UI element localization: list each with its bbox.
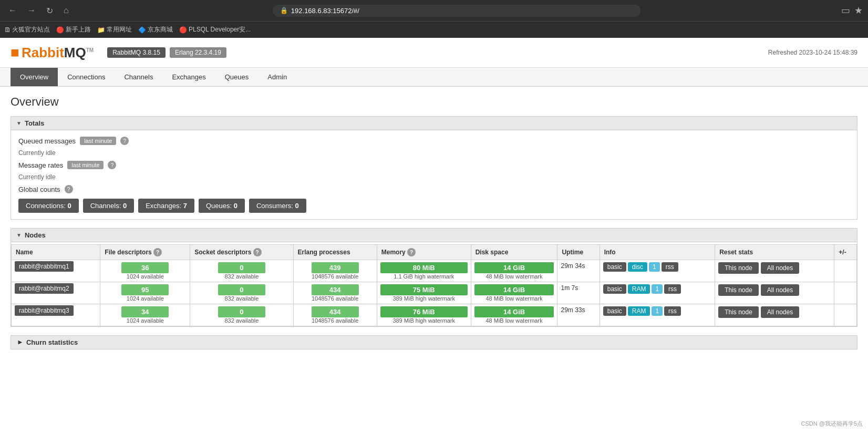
info-badge-ram[interactable]: RAM	[628, 306, 650, 316]
totals-section-header[interactable]: ▼ Totals	[11, 116, 857, 130]
info-cell: basicdisc1rss	[600, 260, 715, 282]
logo-text: RabbitMQTM	[22, 45, 94, 61]
extensions-icon[interactable]: ▭	[841, 5, 850, 16]
memory-value: 76 MiB	[380, 306, 468, 317]
refresh-button[interactable]: ↻	[43, 5, 56, 17]
queued-messages-badge[interactable]: last minute	[80, 137, 116, 145]
bookmark-changyong[interactable]: 📁 常用网址	[97, 25, 132, 34]
socket-desc-sub: 832 available	[193, 273, 290, 280]
queued-messages-label: Queued messages	[18, 137, 76, 145]
disk-space-cell: 14 GiB48 MiB low watermark	[471, 304, 557, 326]
memory-value: 75 MiB	[380, 284, 468, 295]
erlang-processes-cell: 4341048576 available	[293, 304, 377, 326]
info-badges: basicdisc1rss	[603, 262, 711, 272]
erlang-proc-sub: 1048576 available	[297, 317, 374, 324]
message-rates-badge[interactable]: last minute	[67, 161, 104, 169]
global-counts-help[interactable]: ?	[65, 185, 73, 193]
channels-count[interactable]: Channels: 0	[83, 199, 134, 213]
reset-stats-cell: This nodeAll nodes	[715, 282, 834, 304]
memory-cell: 76 MiB389 MiB high watermark	[377, 304, 471, 326]
info-badge-num[interactable]: 1	[649, 262, 660, 272]
totals-section-title: Totals	[25, 119, 44, 127]
reset-stats-cell: This nodeAll nodes	[715, 260, 834, 282]
info-badge-num[interactable]: 1	[652, 284, 663, 294]
page-header: ■ RabbitMQTM RabbitMQ 3.8.15 Erlang 22.3…	[0, 38, 868, 68]
erlang-proc-value: 434	[312, 306, 359, 317]
consumers-count[interactable]: Consumers: 0	[249, 199, 306, 213]
socket-desc-help[interactable]: ?	[253, 248, 262, 256]
info-badge-disc[interactable]: disc	[628, 262, 647, 272]
back-button[interactable]: ←	[5, 5, 20, 16]
bookmark-icon[interactable]: ★	[854, 5, 863, 16]
file-desc-value: 95	[121, 284, 169, 295]
info-badge-rss[interactable]: rss	[662, 262, 678, 272]
nav-tabs: Overview Connections Channels Exchanges …	[0, 68, 868, 87]
reset-all-nodes-button[interactable]: All nodes	[761, 284, 799, 296]
col-memory: Memory ?	[377, 245, 471, 260]
table-row: rabbit@rabbitmq3341024 available0832 ava…	[12, 304, 857, 326]
col-disk-space: Disk space	[471, 245, 557, 260]
nodes-section-title: Nodes	[25, 231, 46, 239]
global-counts-label: Global counts	[18, 185, 60, 193]
socket-desc-value: 0	[218, 262, 265, 273]
message-rates-help[interactable]: ?	[108, 161, 116, 169]
tab-queues[interactable]: Queues	[215, 68, 259, 86]
bookmark-plsql[interactable]: 🔴 PLSQL Developer安...	[179, 25, 251, 34]
info-badge-ram[interactable]: RAM	[628, 284, 650, 294]
reset-all-nodes-button[interactable]: All nodes	[761, 306, 799, 318]
home-button[interactable]: ⌂	[60, 5, 72, 16]
refresh-info: Refreshed 2023-10-24 15:48:39	[768, 49, 857, 56]
col-uptime: Uptime	[557, 245, 600, 260]
logo-tm: TM	[86, 47, 94, 53]
forward-button[interactable]: →	[24, 5, 39, 16]
info-badge-rss[interactable]: rss	[664, 284, 681, 294]
info-badge-basic[interactable]: basic	[603, 284, 626, 294]
reset-this-node-button[interactable]: This node	[718, 284, 759, 296]
connections-count[interactable]: Connections: 0	[18, 199, 79, 213]
url-text: 192.168.6.83:15672/#/	[291, 7, 633, 15]
info-badge-basic[interactable]: basic	[603, 262, 626, 272]
info-badge-num[interactable]: 1	[652, 306, 663, 316]
churn-section-header[interactable]: ▼ Churn statistics	[11, 335, 857, 349]
exchanges-count[interactable]: Exchanges: 7	[138, 199, 194, 213]
bookmark-jd[interactable]: 🔷 京东商城	[138, 25, 173, 34]
file-descriptors-cell: 361024 available	[100, 260, 190, 282]
bookmark-huhu[interactable]: 🖺 火狐官方站点	[4, 25, 50, 34]
memory-value: 80 MiB	[380, 262, 468, 273]
socket-descriptors-cell: 0832 available	[190, 260, 293, 282]
queued-messages-row: Queued messages last minute ?	[18, 137, 850, 145]
queues-count[interactable]: Queues: 0	[199, 199, 245, 213]
message-rates-row: Message rates last minute ?	[18, 161, 850, 169]
disk-space-cell: 14 GiB48 MiB low watermark	[471, 260, 557, 282]
erlang-processes-cell: 4341048576 available	[293, 282, 377, 304]
file-desc-value: 34	[121, 306, 169, 317]
tab-connections[interactable]: Connections	[58, 68, 115, 86]
nodes-section-header[interactable]: ▼ Nodes	[11, 228, 857, 242]
version-badges: RabbitMQ 3.8.15 Erlang 22.3.4.19	[107, 47, 226, 58]
tab-admin[interactable]: Admin	[258, 68, 296, 86]
file-desc-help[interactable]: ?	[153, 248, 162, 256]
info-badge-rss[interactable]: rss	[664, 306, 681, 316]
node-name-cell: rabbit@rabbitmq3	[12, 304, 100, 326]
reset-this-node-button[interactable]: This node	[718, 306, 759, 318]
socket-desc-value: 0	[218, 306, 265, 317]
main-content: Overview ▼ Totals Queued messages last m…	[0, 87, 868, 358]
info-badge-basic[interactable]: basic	[603, 306, 626, 316]
tab-overview[interactable]: Overview	[11, 68, 58, 86]
info-badges: basicRAM1rss	[603, 306, 711, 316]
disk-value: 14 GiB	[474, 262, 554, 273]
reset-all-nodes-button[interactable]: All nodes	[761, 262, 799, 274]
node-name: rabbit@rabbitmq3	[15, 305, 74, 316]
reset-stats-buttons: This nodeAll nodes	[718, 284, 831, 296]
queued-messages-help[interactable]: ?	[120, 137, 129, 145]
bookmark-xinshou[interactable]: 🔴 新手上路	[56, 25, 91, 34]
reset-this-node-button[interactable]: This node	[718, 262, 759, 274]
address-bar[interactable]: 🔒 192.168.6.83:15672/#/	[273, 5, 640, 17]
memory-help[interactable]: ?	[407, 248, 416, 256]
tab-channels[interactable]: Channels	[115, 68, 162, 86]
bookmarks-bar: 🖺 火狐官方站点 🔴 新手上路 📁 常用网址 🔷 京东商城 🔴 PLSQL De…	[0, 21, 868, 38]
page-title: Overview	[11, 95, 857, 109]
reset-stats-buttons: This nodeAll nodes	[718, 306, 831, 318]
tab-exchanges[interactable]: Exchanges	[162, 68, 215, 86]
file-descriptors-cell: 341024 available	[100, 304, 190, 326]
